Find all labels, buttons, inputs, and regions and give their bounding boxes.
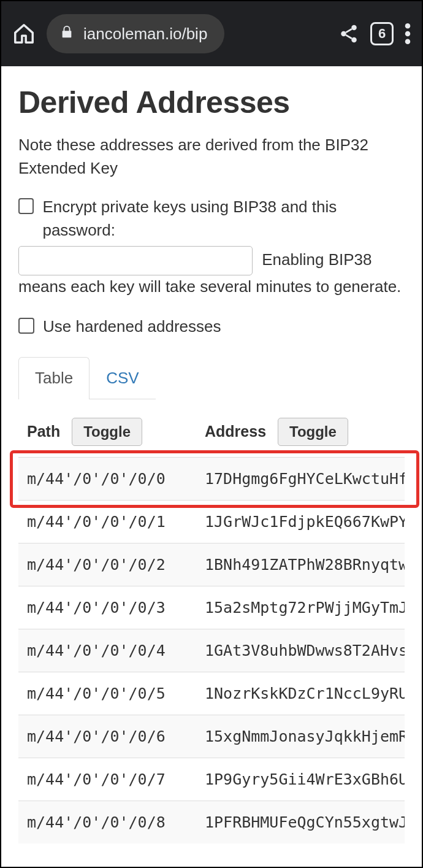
menu-dots-icon[interactable]: [405, 23, 411, 44]
col-path-header: Path Toggle: [18, 412, 196, 458]
tab-count[interactable]: 6: [370, 22, 394, 45]
tab-csv[interactable]: CSV: [90, 357, 155, 399]
svg-point-5: [405, 39, 411, 45]
col-path-label: Path: [27, 423, 60, 440]
share-icon[interactable]: [338, 23, 359, 44]
cell-path: m/44'/0'/0'/0/5: [18, 672, 196, 715]
table-row[interactable]: m/44'/0'/0'/0/615xgNmmJonasyJqkkHjemR: [18, 715, 405, 758]
cell-address: 1JGrWJc1FdjpkEQ667KwPY: [196, 501, 405, 543]
table-row[interactable]: m/44'/0'/0'/0/11JGrWJc1FdjpkEQ667KwPY: [18, 501, 405, 543]
bip38-hint-prefix: Enabling BIP38: [262, 250, 372, 269]
cell-path: m/44'/0'/0'/0/3: [18, 586, 196, 629]
table-row[interactable]: m/44'/0'/0'/0/21BNh491ZATPhW28BRnyqtw: [18, 543, 405, 586]
tab-table[interactable]: Table: [18, 357, 90, 399]
hardened-checkbox[interactable]: [18, 318, 34, 334]
table-row[interactable]: m/44'/0'/0'/0/71P9Gyry5Gii4WrE3xGBh6U: [18, 758, 405, 801]
cell-address: 1PFRBHMUFeQgCYn55xgtwJ: [196, 801, 405, 844]
cell-path: m/44'/0'/0'/0/2: [18, 543, 196, 586]
url-text: iancoleman.io/bip: [83, 25, 207, 44]
toggle-path-button[interactable]: Toggle: [72, 418, 142, 446]
toggle-address-button[interactable]: Toggle: [278, 418, 348, 446]
cell-address: 1P9Gyry5Gii4WrE3xGBh6U: [196, 758, 405, 801]
bip38-hint-rest: means each key will take several minutes…: [18, 277, 401, 296]
url-bar[interactable]: iancoleman.io/bip: [47, 14, 224, 53]
table-row[interactable]: m/44'/0'/0'/0/017DHgmg6FgHYCeLKwctuHf: [18, 458, 405, 501]
cell-path: m/44'/0'/0'/0/7: [18, 758, 196, 801]
bip38-option-row: Encrypt private keys using BIP38 and thi…: [18, 196, 405, 242]
view-tabs: Table CSV: [18, 357, 156, 399]
cell-path: m/44'/0'/0'/0/6: [18, 715, 196, 758]
bip38-password-input[interactable]: [18, 246, 253, 275]
bip38-checkbox[interactable]: [18, 198, 34, 214]
svg-point-1: [341, 31, 346, 37]
cell-address: 15xgNmmJonasyJqkkHjemR: [196, 715, 405, 758]
page-content: Derived Addresses Note these addresses a…: [1, 66, 422, 867]
cell-address: 17DHgmg6FgHYCeLKwctuHf: [196, 458, 405, 501]
browser-chrome: iancoleman.io/bip 6: [1, 1, 422, 66]
svg-point-3: [405, 23, 411, 29]
page-heading: Derived Addresses: [18, 85, 405, 120]
cell-path: m/44'/0'/0'/0/4: [18, 629, 196, 672]
cell-path: m/44'/0'/0'/0/8: [18, 801, 196, 844]
svg-point-4: [405, 31, 411, 37]
derivation-note: Note these addresses are derived from th…: [18, 134, 405, 180]
cell-address: 1GAt3V8uhbWDwws8T2AHvs: [196, 629, 405, 672]
lock-icon: [60, 24, 74, 44]
table-row[interactable]: m/44'/0'/0'/0/315a2sMptg72rPWjjMGyTmJ: [18, 586, 405, 629]
table-row[interactable]: m/44'/0'/0'/0/81PFRBHMUFeQgCYn55xgtwJ: [18, 801, 405, 844]
cell-address: 1BNh491ZATPhW28BRnyqtw: [196, 543, 405, 586]
address-table: Path Toggle Address Toggle m/44'/0'/0'/0…: [18, 412, 405, 843]
home-icon[interactable]: [12, 22, 36, 45]
cell-path: m/44'/0'/0'/0/0: [18, 458, 196, 501]
cell-path: m/44'/0'/0'/0/1: [18, 501, 196, 543]
address-table-wrap: Path Toggle Address Toggle m/44'/0'/0'/0…: [18, 412, 405, 843]
table-row[interactable]: m/44'/0'/0'/0/41GAt3V8uhbWDwws8T2AHvs: [18, 629, 405, 672]
table-row[interactable]: m/44'/0'/0'/0/51NozrKskKDzCr1NccL9yRU: [18, 672, 405, 715]
bip38-password-block: Enabling BIP38 means each key will take …: [18, 246, 405, 299]
cell-address: 1NozrKskKDzCr1NccL9yRU: [196, 672, 405, 715]
hardened-label: Use hardened addresses: [43, 315, 221, 339]
svg-point-2: [351, 37, 357, 43]
cell-address: 15a2sMptg72rPWjjMGyTmJ: [196, 586, 405, 629]
col-address-header: Address Toggle: [196, 412, 405, 458]
bip38-checkbox-label: Encrypt private keys using BIP38 and thi…: [42, 196, 405, 242]
col-address-label: Address: [205, 423, 266, 440]
svg-point-0: [351, 25, 357, 31]
hardened-option-row: Use hardened addresses: [18, 315, 405, 339]
